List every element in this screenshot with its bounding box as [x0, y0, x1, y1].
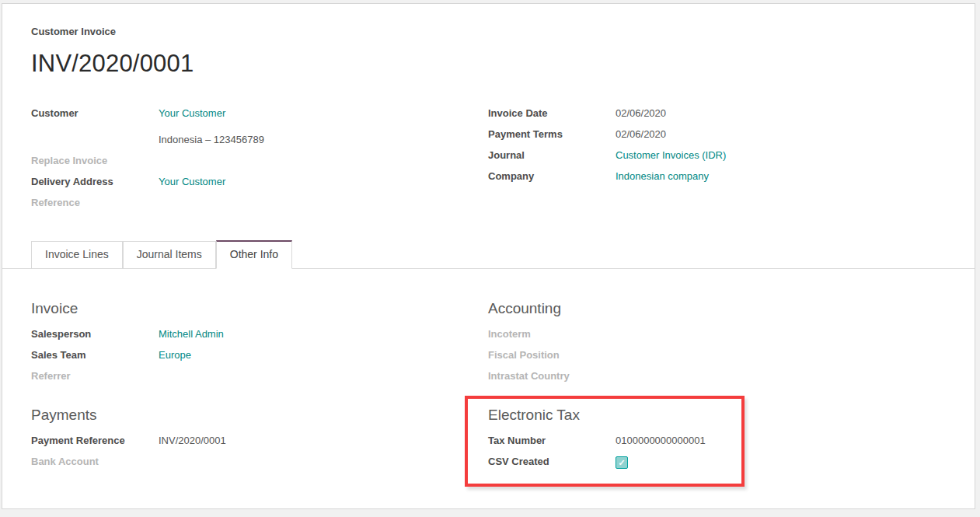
customer-address-row: Indonesia – 123456789: [31, 134, 466, 148]
customer-address-text: Indonesia – 123456789: [159, 134, 264, 145]
journal-link[interactable]: Customer Invoices (IDR): [616, 149, 726, 161]
invoice-date-value: 02/06/2020: [616, 107, 666, 119]
other-info-tab-content: Invoice Salesperson Mitchell Admin Sales…: [2, 269, 975, 492]
salesperson-field-row: Salesperson Mitchell Admin: [31, 328, 466, 343]
invoice-header: Customer Invoice INV/2020/0001 Customer …: [2, 4, 975, 218]
invoice-section-title: Invoice: [31, 300, 466, 317]
fiscal-position-field-row: Fiscal Position: [488, 349, 946, 364]
header-right-column: Invoice Date 02/06/2020 Payment Terms 02…: [488, 107, 946, 218]
document-type-label: Customer Invoice: [31, 26, 946, 37]
tab-invoice-lines[interactable]: Invoice Lines: [31, 241, 123, 268]
delivery-address-link[interactable]: Your Customer: [159, 176, 225, 187]
journal-label: Journal: [488, 149, 616, 161]
salesperson-link[interactable]: Mitchell Admin: [159, 328, 224, 340]
section-payments: Payments Payment Reference INV/2020/0001…: [31, 407, 466, 470]
company-label: Company: [488, 170, 616, 182]
invoice-date-field-row: Invoice Date 02/06/2020: [488, 107, 946, 122]
incoterm-label: Incoterm: [488, 328, 616, 340]
csv-created-field-row: CSV Created ✓: [488, 456, 946, 470]
customer-field-row: Customer Your Customer: [31, 107, 466, 122]
tax-number-value: 0100000000000001: [616, 435, 706, 446]
other-info-right-column: Accounting Incoterm Fiscal Position Intr…: [488, 300, 946, 492]
payments-section-title: Payments: [31, 407, 466, 424]
tax-number-label: Tax Number: [488, 435, 616, 446]
payment-reference-value: INV/2020/0001: [159, 435, 226, 446]
invoice-date-label: Invoice Date: [488, 107, 616, 119]
sales-team-link[interactable]: Europe: [159, 349, 191, 361]
csv-created-label: CSV Created: [488, 456, 616, 467]
delivery-address-label: Delivery Address: [31, 176, 159, 187]
payment-terms-field-row: Payment Terms 02/06/2020: [488, 128, 946, 143]
header-left-column: Customer Your Customer Indonesia – 12345…: [31, 107, 466, 218]
electronic-tax-section-title: Electronic Tax: [488, 407, 946, 424]
reference-field-row: Reference: [31, 197, 466, 211]
company-field-row: Company Indonesian company: [488, 170, 946, 185]
sales-team-field-row: Sales Team Europe: [31, 349, 466, 364]
customer-link[interactable]: Your Customer: [159, 107, 225, 119]
invoice-sheet: Customer Invoice INV/2020/0001 Customer …: [2, 3, 975, 509]
payment-terms-label: Payment Terms: [488, 128, 616, 140]
customer-label: Customer: [31, 107, 159, 119]
journal-field-row: Journal Customer Invoices (IDR): [488, 149, 946, 164]
payment-reference-label: Payment Reference: [31, 435, 159, 446]
tab-journal-items[interactable]: Journal Items: [123, 241, 216, 268]
replace-invoice-label: Replace Invoice: [31, 155, 159, 166]
other-info-left-column: Invoice Salesperson Mitchell Admin Sales…: [31, 300, 466, 492]
intrastat-country-label: Intrastat Country: [488, 370, 616, 382]
tab-other-info[interactable]: Other Info: [216, 240, 292, 269]
intrastat-country-field-row: Intrastat Country: [488, 370, 946, 385]
delivery-address-field-row: Delivery Address Your Customer: [31, 176, 466, 190]
other-info-section-grid: Invoice Salesperson Mitchell Admin Sales…: [31, 300, 946, 492]
invoice-number-title: INV/2020/0001: [31, 50, 946, 78]
payment-terms-value: 02/06/2020: [616, 128, 666, 140]
bank-account-field-row: Bank Account: [31, 456, 466, 470]
bank-account-label: Bank Account: [31, 456, 159, 467]
notebook-tab-bar: Invoice Lines Journal Items Other Info: [2, 241, 975, 269]
company-link[interactable]: Indonesian company: [616, 170, 709, 182]
checkmark-icon: ✓: [618, 459, 625, 467]
section-invoice: Invoice Salesperson Mitchell Admin Sales…: [31, 300, 466, 385]
replace-invoice-field-row: Replace Invoice: [31, 155, 466, 169]
fiscal-position-label: Fiscal Position: [488, 349, 616, 361]
payment-reference-field-row: Payment Reference INV/2020/0001: [31, 435, 466, 449]
referrer-label: Referrer: [31, 370, 159, 382]
referrer-field-row: Referrer: [31, 370, 466, 385]
salesperson-label: Salesperson: [31, 328, 159, 340]
accounting-section-title: Accounting: [488, 300, 946, 317]
tax-number-field-row: Tax Number 0100000000000001: [488, 435, 946, 449]
header-field-grid: Customer Your Customer Indonesia – 12345…: [31, 107, 946, 218]
csv-created-checkbox[interactable]: ✓: [616, 456, 628, 469]
reference-label: Reference: [31, 197, 159, 208]
section-accounting: Accounting Incoterm Fiscal Position Intr…: [488, 300, 946, 385]
incoterm-field-row: Incoterm: [488, 328, 946, 343]
sales-team-label: Sales Team: [31, 349, 159, 361]
section-electronic-tax: Electronic Tax Tax Number 01000000000000…: [488, 407, 946, 470]
